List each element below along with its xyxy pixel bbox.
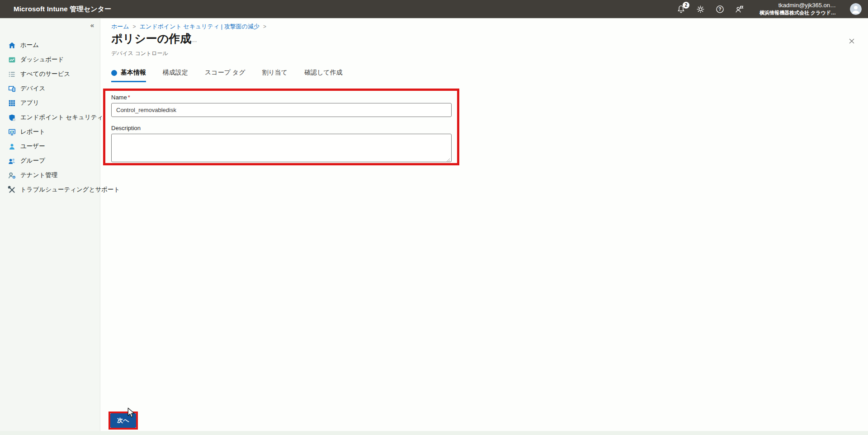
account-email: tkadmin@yjk365.on… [760, 2, 836, 9]
sidebar-nav: ホームダッシュボードすべてのサービスデバイスアプリエンドポイント セキュリティレ… [0, 38, 100, 197]
active-tab-dot-icon [111, 70, 117, 76]
tab-label: 割り当て [262, 69, 288, 77]
sidebar-item-reports[interactable]: レポート [0, 125, 100, 139]
tenant-admin-icon [8, 171, 16, 180]
annotation-box-next: 次へ [108, 412, 138, 430]
close-button[interactable] [848, 37, 856, 45]
sidebar-item-home[interactable]: ホーム [0, 38, 100, 52]
sidebar-item-label: すべてのサービス [20, 70, 70, 78]
gear-icon [696, 5, 705, 14]
tab-label: 構成設定 [163, 69, 188, 77]
breadcrumb-section-link[interactable]: エンドポイント セキュリティ | 攻撃面の減少 [140, 23, 259, 31]
sidebar-item-label: テナント管理 [20, 171, 57, 179]
bell-button[interactable]: 2 [676, 4, 686, 14]
sidebar-item-label: ダッシュボード [20, 56, 64, 64]
reports-icon [8, 128, 16, 136]
sidebar-item-label: グループ [20, 157, 45, 165]
sidebar-item-label: トラブルシューティングとサポート [20, 186, 120, 194]
groups-icon [8, 157, 16, 165]
sidebar-item-devices[interactable]: デバイス [0, 81, 100, 96]
settings-button[interactable] [696, 4, 706, 14]
close-icon [848, 37, 856, 45]
description-input[interactable] [111, 134, 452, 162]
tab-label: 基本情報 [121, 69, 146, 77]
page-title: ポリシーの作成 [111, 31, 191, 46]
sidebar-item-apps[interactable]: アプリ [0, 96, 100, 110]
tab-configuration[interactable]: 構成設定 [163, 69, 188, 82]
tab-label: 確認して作成 [304, 69, 343, 77]
breadcrumb-home-link[interactable]: ホーム [111, 23, 129, 31]
sidebar-item-endpoint-security[interactable]: エンドポイント セキュリティ [0, 110, 100, 125]
sidebar-item-label: デバイス [20, 84, 45, 93]
apps-icon [8, 99, 16, 108]
users-icon [8, 142, 16, 151]
collapse-sidebar-button[interactable]: « [90, 22, 94, 28]
help-icon: ? [715, 5, 725, 14]
endpoint-security-icon [8, 113, 16, 122]
feedback-icon [735, 5, 744, 14]
breadcrumb: ホーム > エンドポイント セキュリティ | 攻撃面の減少 > [111, 23, 266, 31]
breadcrumb-separator: > [133, 23, 136, 30]
sidebar-item-troubleshooting[interactable]: トラブルシューティングとサポート [0, 182, 100, 197]
account-org: 横浜情報機器株式会社 クラウド… [760, 9, 836, 16]
tab-scope-tags[interactable]: スコープ タグ [205, 69, 245, 82]
next-button[interactable]: 次へ [110, 413, 136, 428]
svg-text:?: ? [719, 6, 722, 12]
description-field-wrap [111, 134, 452, 162]
account-info[interactable]: tkadmin@yjk365.on… 横浜情報機器株式会社 クラウド… [760, 2, 836, 16]
tab-label: スコープ タグ [205, 69, 245, 77]
help-button[interactable]: ? [715, 4, 725, 14]
sidebar-item-label: ユーザー [20, 142, 45, 150]
name-input[interactable] [111, 103, 452, 117]
notification-badge: 2 [683, 2, 689, 9]
main-content: ホーム > エンドポイント セキュリティ | 攻撃面の減少 > ポリシーの作成 … [100, 18, 868, 435]
app-title: Microsoft Intune 管理センター [14, 5, 111, 14]
all-services-icon [8, 70, 16, 79]
devices-icon [8, 84, 16, 93]
description-label: Description [111, 125, 452, 131]
sidebar-item-label: ホーム [20, 41, 39, 49]
name-label: Name* [111, 94, 452, 101]
chevron-double-left-icon: « [90, 21, 94, 29]
sidebar-item-groups[interactable]: グループ [0, 154, 100, 168]
page-subtitle: デバイス コントロール [111, 50, 168, 57]
troubleshooting-icon [8, 186, 16, 194]
bottom-strip [0, 431, 868, 435]
avatar[interactable] [850, 3, 862, 15]
breadcrumb-separator: > [263, 23, 266, 30]
wizard-tabs: 基本情報構成設定スコープ タグ割り当て確認して作成 [111, 69, 343, 82]
tab-basics[interactable]: 基本情報 [111, 69, 146, 82]
sidebar-item-label: エンドポイント セキュリティ [20, 113, 103, 122]
topbar: Microsoft Intune 管理センター 2 ? tkadmin@yjk3… [0, 0, 868, 18]
sidebar-item-tenant-admin[interactable]: テナント管理 [0, 168, 100, 182]
tab-review-create[interactable]: 確認して作成 [304, 69, 343, 82]
feedback-button[interactable] [735, 4, 745, 14]
sidebar-item-dashboard[interactable]: ダッシュボード [0, 52, 100, 67]
dashboard-icon [8, 56, 16, 64]
sidebar: « ホームダッシュボードすべてのサービスデバイスアプリエンドポイント セキュリテ… [0, 18, 100, 435]
tab-assignments[interactable]: 割り当て [262, 69, 288, 82]
required-asterisk: * [128, 94, 130, 101]
annotation-box-form: Name* Description [103, 89, 459, 165]
home-icon [8, 41, 16, 50]
sidebar-item-label: レポート [20, 128, 45, 136]
sidebar-item-users[interactable]: ユーザー [0, 139, 100, 154]
sidebar-item-all-services[interactable]: すべてのサービス [0, 67, 100, 81]
topbar-actions: 2 ? tkadmin@yjk365.on… 横浜情報機器株式会社 クラウド… [676, 2, 862, 16]
name-label-text: Name [111, 94, 127, 101]
more-options-button[interactable]: … [191, 36, 198, 43]
sidebar-item-label: アプリ [20, 99, 39, 107]
